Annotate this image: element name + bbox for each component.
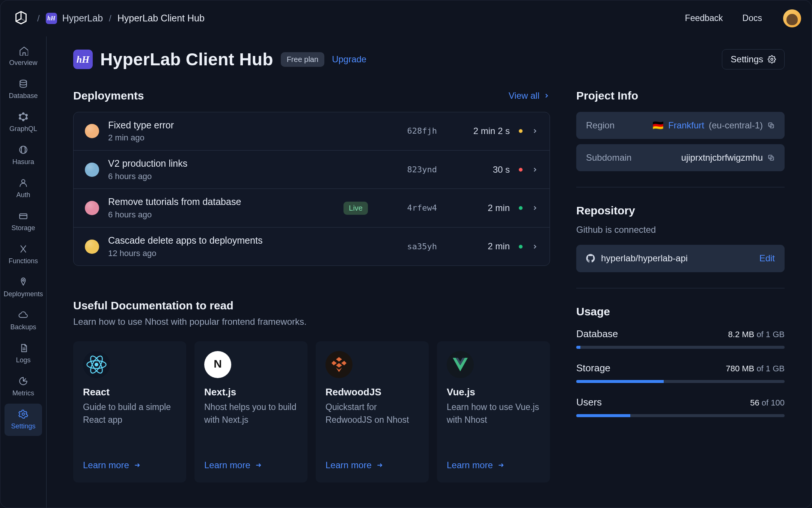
breadcrumb-sep: / <box>109 12 111 24</box>
view-all-link[interactable]: View all <box>509 90 550 102</box>
deployment-row[interactable]: V2 production links 6 hours ago 823ynd 3… <box>74 150 550 188</box>
usage-limit: 1 GB <box>766 364 785 373</box>
brand-logo[interactable] <box>11 8 31 29</box>
user-avatar[interactable] <box>783 9 801 27</box>
sidebar-item-label: GraphQL <box>9 124 37 133</box>
project-badge-icon: hH <box>73 50 93 69</box>
usage-of: of <box>756 364 763 373</box>
subdomain-label: Subdomain <box>586 152 631 164</box>
sidebar-item-label: Deployments <box>3 289 43 298</box>
deployment-title: Remove tutorials from database <box>108 196 334 208</box>
learn-more-link[interactable]: Learn more <box>447 448 540 471</box>
sidebar-item-auth[interactable]: Auth <box>5 172 42 205</box>
sidebar-item-backups[interactable]: Backups <box>5 304 42 337</box>
learn-more-label: Learn more <box>325 459 372 471</box>
repository-name: hyperlab/hyperlab-api <box>601 252 688 264</box>
usage-value: 780 MB <box>726 364 754 373</box>
doc-card-next[interactable]: N Next.js Nhost helps you to build with … <box>194 341 307 482</box>
sidebar-item-metrics[interactable]: Metrics <box>5 371 42 403</box>
sidebar-item-overview[interactable]: Overview <box>5 40 42 72</box>
doc-card-name: Vue.js <box>447 386 540 399</box>
deployment-row[interactable]: Fixed type error 2 min ago 628fjh 2 min … <box>74 112 550 150</box>
svg-point-7 <box>20 146 27 154</box>
copy-icon[interactable] <box>767 154 775 161</box>
metrics-icon <box>18 376 29 386</box>
next-logo-icon: N <box>204 351 231 378</box>
breadcrumb-project[interactable]: HyperLab Client Hub <box>118 12 205 25</box>
deployment-duration: 2 min <box>446 240 510 252</box>
deployment-hash: 4rfew4 <box>381 202 437 214</box>
sidebar-item-label: Overview <box>9 58 37 67</box>
learn-more-link[interactable]: Learn more <box>83 448 176 471</box>
sidebar-item-label: Logs <box>16 356 30 365</box>
deployment-row[interactable]: Cascade delete apps to deployments 12 ho… <box>74 227 550 265</box>
deployment-title: Fixed type error <box>108 119 372 132</box>
sidebar-item-label: Settings <box>11 422 35 431</box>
settings-label: Settings <box>731 54 763 65</box>
graphql-icon <box>18 112 29 122</box>
deployment-hash: 628fjh <box>381 125 437 137</box>
flag-de-icon: 🇩🇪 <box>652 119 664 131</box>
sidebar: OverviewDatabaseGraphQLHasuraAuthStorage… <box>0 36 47 508</box>
sidebar-item-database[interactable]: Database <box>5 73 42 106</box>
svg-point-11 <box>22 413 25 416</box>
chevron-right-icon <box>532 166 538 173</box>
repository-edit-link[interactable]: Edit <box>759 252 775 264</box>
usage-item-storage: Storage 780 MB of 1 GB <box>576 362 785 383</box>
sidebar-item-settings[interactable]: Settings <box>5 404 42 436</box>
usage-limit: 100 <box>771 398 785 407</box>
deployment-title: Cascade delete apps to deployments <box>108 234 372 247</box>
doc-card-desc: Learn how to use Vue.js with Nhost <box>447 401 540 426</box>
usage-name: Storage <box>576 362 610 375</box>
chevron-right-icon <box>532 205 538 211</box>
sidebar-item-storage[interactable]: Storage <box>5 205 42 238</box>
usage-title: Usage <box>576 304 785 320</box>
sidebar-item-label: Hasura <box>12 157 34 166</box>
deployment-row[interactable]: Remove tutorials from database 6 hours a… <box>74 188 550 227</box>
deployment-duration: 2 min 2 s <box>446 125 510 137</box>
repository-box: hyperlab/hyperlab-api Edit <box>576 245 785 272</box>
sidebar-item-functions[interactable]: Functions <box>5 238 42 271</box>
doc-card-vue[interactable]: Vue.js Learn how to use Vue.js with Nhos… <box>437 341 550 482</box>
usage-item-users: Users 56 of 100 <box>576 396 785 417</box>
docs-title: Useful Documentation to read <box>73 298 550 314</box>
repository-title: Repository <box>576 203 785 219</box>
breadcrumb-workspace[interactable]: hH HyperLab <box>46 12 103 25</box>
usage-item-database: Database 8.2 MB of 1 GB <box>576 327 785 349</box>
status-dot-icon <box>519 129 523 133</box>
status-dot-icon <box>519 168 523 172</box>
sidebar-item-deployments[interactable]: Deployments <box>5 271 42 304</box>
sidebar-item-label: Auth <box>16 190 30 199</box>
doc-card-redwood[interactable]: RedwoodJS Quickstart for RedwoodJS on Nh… <box>316 341 429 482</box>
doc-card-desc: Quickstart for RedwoodJS on Nhost <box>325 401 419 426</box>
usage-bar-fill <box>576 414 630 417</box>
copy-icon[interactable] <box>767 122 775 129</box>
usage-limit: 1 GB <box>766 330 785 339</box>
usage-name: Users <box>576 396 602 409</box>
breadcrumb-sep: / <box>37 12 40 24</box>
usage-name: Database <box>576 327 618 341</box>
page-title: HyperLab Client Hub <box>100 48 273 71</box>
region-row: Region 🇩🇪 Frankfurt (eu-central-1) <box>576 112 785 139</box>
project-info-title: Project Info <box>576 88 785 104</box>
usage-of: of <box>756 330 763 339</box>
region-city[interactable]: Frankfurt <box>668 119 704 131</box>
docs-link[interactable]: Docs <box>743 12 762 24</box>
page-header: hH HyperLab Client Hub Free plan Upgrade… <box>73 48 785 71</box>
learn-more-link[interactable]: Learn more <box>325 448 419 471</box>
sidebar-item-label: Metrics <box>12 389 34 398</box>
docs-cards: React Guide to build a simple React app … <box>73 341 550 482</box>
gear-icon <box>768 55 776 63</box>
feedback-link[interactable]: Feedback <box>685 12 723 24</box>
settings-icon <box>18 409 29 419</box>
sidebar-item-graphql[interactable]: GraphQL <box>5 106 42 139</box>
usage-bar-fill <box>576 346 580 349</box>
svg-point-13 <box>95 363 98 366</box>
learn-more-link[interactable]: Learn more <box>204 448 298 471</box>
settings-button[interactable]: Settings <box>722 49 785 69</box>
doc-card-react[interactable]: React Guide to build a simple React app … <box>73 341 186 482</box>
sidebar-item-logs[interactable]: Logs <box>5 338 42 370</box>
upgrade-link[interactable]: Upgrade <box>332 53 366 65</box>
sidebar-item-hasura[interactable]: Hasura <box>5 139 42 172</box>
usage-bar <box>576 380 785 383</box>
